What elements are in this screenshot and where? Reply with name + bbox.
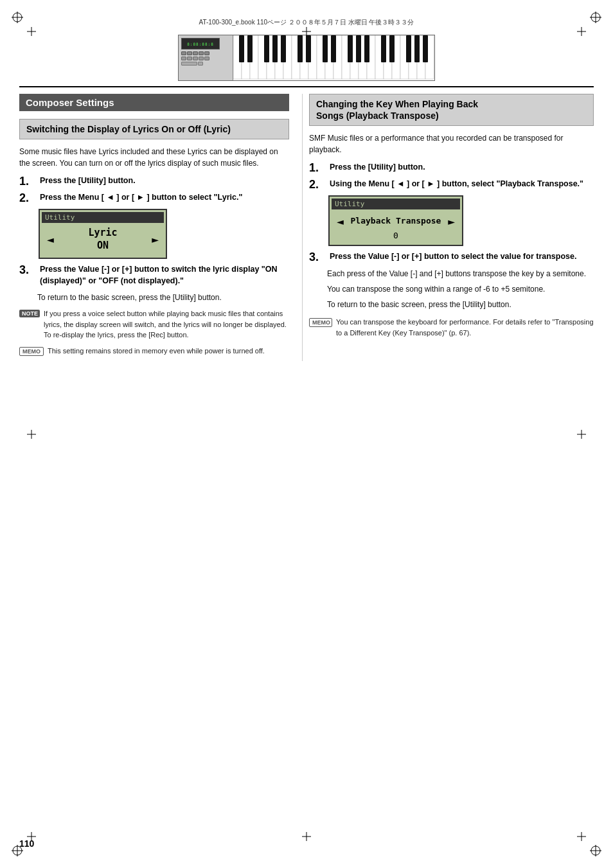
inner-mark-tr bbox=[577, 27, 586, 36]
file-info-text: AT-100-300_e.book 110ページ ２００８年５月７日 水曜日 午… bbox=[39, 18, 574, 27]
memo-box-left: MEMO This setting remains stored in memo… bbox=[19, 346, 289, 357]
piano-keys-area bbox=[233, 35, 435, 80]
right-step3-detail1: Each press of the Value [-] and [+] butt… bbox=[327, 268, 594, 279]
left-return-text: To return to the basic screen, press the… bbox=[37, 292, 289, 303]
lcd-lyric-value: Lyric ON bbox=[54, 227, 152, 252]
composer-settings-header: Composer Settings bbox=[19, 94, 289, 111]
left-step2: 2. Press the Menu [ ◄ ] or [ ► ] button … bbox=[19, 192, 289, 204]
note-box: NOTE If you press a voice select button … bbox=[19, 308, 289, 341]
bottom-center-mark bbox=[302, 832, 311, 841]
right-step2: 2. Using the Menu [ ◄ ] or [ ► ] button,… bbox=[309, 179, 594, 190]
piano-controls: 8:88:88:8 bbox=[179, 35, 233, 81]
lyric-section-header: Switching the Display of Lyrics On or Of… bbox=[19, 119, 289, 139]
right-return-text: To return to the basic screen, press the… bbox=[327, 299, 594, 310]
keyboard-divider bbox=[19, 86, 594, 87]
piano-btn bbox=[187, 57, 192, 60]
right-intro: SMF Music files or a performance that yo… bbox=[309, 132, 594, 155]
right-column: Changing the Key When Playing Back Songs… bbox=[302, 94, 594, 361]
piano-btn bbox=[198, 62, 203, 66]
piano-buttons-row1 bbox=[181, 51, 230, 55]
keyboard-illustration: 8:88:88:8 bbox=[39, 35, 574, 81]
transpose-section-header: Changing the Key When Playing Back Songs… bbox=[309, 94, 594, 126]
svg-rect-54 bbox=[356, 35, 361, 62]
svg-rect-44 bbox=[239, 35, 244, 62]
svg-rect-60 bbox=[423, 35, 428, 62]
memo-box-right: MEMO You can transpose the keyboard for … bbox=[309, 317, 594, 338]
left-step3: 3. Press the Value [-] or [+] button to … bbox=[19, 264, 289, 287]
piano-image: 8:88:88:8 bbox=[178, 35, 435, 81]
lcd-lyric: Utility ◄ Lyric ON ► bbox=[39, 209, 167, 259]
piano-btn bbox=[181, 51, 186, 55]
lcd-lyric-body: ◄ Lyric ON ► bbox=[42, 223, 164, 256]
piano-btn bbox=[199, 57, 204, 60]
svg-rect-57 bbox=[389, 35, 395, 62]
piano-btn bbox=[199, 51, 204, 55]
piano-buttons-row2 bbox=[181, 57, 230, 60]
svg-rect-59 bbox=[414, 35, 420, 62]
lcd-transpose-value: Playback Transpose bbox=[344, 216, 448, 227]
page-number: 110 bbox=[19, 838, 34, 849]
svg-rect-52 bbox=[331, 35, 336, 62]
svg-rect-50 bbox=[306, 35, 311, 62]
corner-mark-tl bbox=[12, 12, 23, 23]
lcd-transpose: Utility ◄ Playback Transpose ► 0 bbox=[328, 195, 463, 246]
main-content: Composer Settings Switching the Display … bbox=[0, 94, 613, 361]
top-center-mark bbox=[302, 27, 311, 36]
piano-display: 8:88:88:8 bbox=[181, 38, 220, 49]
piano-btn bbox=[181, 57, 186, 60]
inner-mark-tl bbox=[27, 27, 36, 36]
piano-keys-svg bbox=[233, 35, 435, 80]
piano-btn bbox=[204, 57, 209, 60]
piano-buttons-row3 bbox=[181, 62, 230, 66]
svg-rect-51 bbox=[323, 35, 328, 62]
piano-btn bbox=[193, 57, 198, 60]
lyric-intro: Some music files have Lyrics included an… bbox=[19, 146, 289, 169]
piano-btn bbox=[204, 51, 209, 55]
corner-mark-br bbox=[590, 845, 601, 856]
svg-rect-55 bbox=[364, 35, 369, 62]
right-step3: 3. Press the Value [-] or [+] button to … bbox=[309, 251, 594, 263]
svg-rect-48 bbox=[281, 35, 286, 62]
svg-rect-49 bbox=[298, 35, 303, 62]
file-info-bar: AT-100-300_e.book 110ページ ２００８年５月７日 水曜日 午… bbox=[0, 0, 613, 30]
svg-rect-47 bbox=[272, 35, 278, 62]
right-center-mark bbox=[577, 430, 586, 439]
svg-rect-45 bbox=[247, 35, 253, 62]
left-center-mark bbox=[27, 430, 36, 439]
svg-rect-46 bbox=[264, 35, 269, 62]
svg-rect-53 bbox=[348, 35, 353, 62]
svg-rect-58 bbox=[406, 35, 411, 62]
left-column: Composer Settings Switching the Display … bbox=[19, 94, 289, 361]
piano-btn-wide bbox=[181, 62, 197, 66]
corner-mark-tr bbox=[590, 12, 601, 23]
left-step1: 1. Press the [Utility] button. bbox=[19, 175, 289, 187]
piano-btn bbox=[193, 51, 198, 55]
lcd-transpose-body: ◄ Playback Transpose ► bbox=[332, 209, 460, 231]
inner-mark-br bbox=[577, 832, 586, 841]
svg-rect-56 bbox=[381, 35, 386, 62]
page: AT-100-300_e.book 110ページ ２００８年５月７日 水曜日 午… bbox=[0, 0, 613, 868]
piano-btn bbox=[187, 51, 192, 55]
right-step1: 1. Press the [Utility] button. bbox=[309, 162, 594, 173]
right-step3-detail2: You can transpose the song within a rang… bbox=[327, 283, 594, 295]
